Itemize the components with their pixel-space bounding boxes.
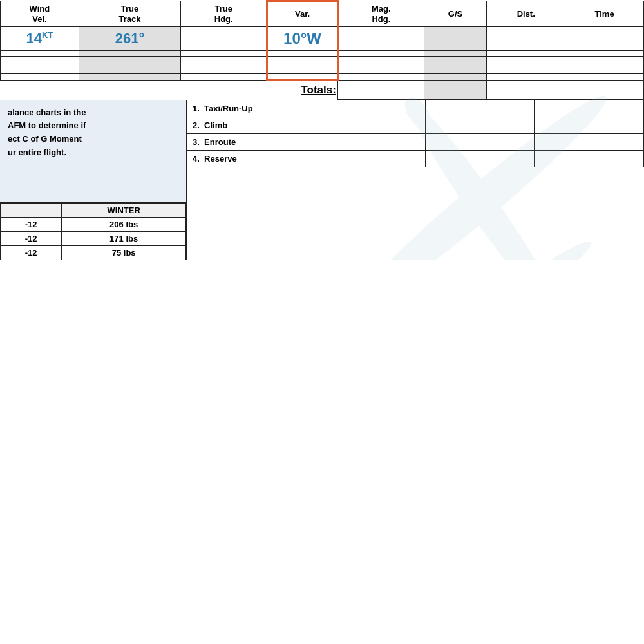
cell-dist xyxy=(487,62,565,68)
table-row: 14KT 261° 10°W xyxy=(1,27,644,51)
cell-mag-hdg xyxy=(337,68,424,74)
fuel-value-4c xyxy=(535,150,644,167)
text-line-2: AFM to determine if xyxy=(8,120,86,130)
winter-row-1: -12 206 lbs xyxy=(1,217,186,231)
cell-gs xyxy=(424,68,486,74)
fuel-value-3a xyxy=(316,133,426,150)
cell-true-track xyxy=(79,74,180,80)
fuel-value-1a xyxy=(316,100,426,117)
cell-wind-vel: 14KT xyxy=(1,27,79,51)
cell-gs xyxy=(424,74,486,80)
header-gs: G/S xyxy=(424,1,486,27)
fuel-value-3b xyxy=(425,133,535,150)
weight-balance-text: alance charts in the AFM to determine if… xyxy=(0,100,186,203)
winter-table: WINTER -12 206 lbs -12 171 lbs -12 75 lb… xyxy=(0,203,186,260)
fuel-value-4a xyxy=(316,150,426,167)
cell-wind-vel xyxy=(1,57,79,62)
fuel-label-4: 4. Reserve xyxy=(187,150,316,167)
text-line-3: ect C of G Moment xyxy=(8,134,82,144)
fuel-row-2: 2. Climb xyxy=(187,117,644,133)
cell-true-track xyxy=(79,57,180,62)
cell-var xyxy=(267,68,338,74)
cell-gs xyxy=(424,57,486,62)
cell-time xyxy=(565,57,644,62)
cell-var xyxy=(267,57,338,62)
totals-gs2 xyxy=(424,80,486,100)
table-row xyxy=(1,57,644,62)
cell-dist xyxy=(487,57,565,62)
fuel-num-3: 3. xyxy=(193,137,200,147)
fuel-num-2: 2. xyxy=(193,120,200,130)
cell-time xyxy=(565,68,644,74)
header-dist: Dist. xyxy=(487,1,565,27)
bottom-right-panel: 1. Taxi/Run-Up 2. Climb xyxy=(187,100,644,260)
nav-log-table: WindVel. TrueTrack TrueHdg. Var. Mag.Hdg… xyxy=(0,0,644,100)
text-line-4: ur entire flight. xyxy=(8,147,66,157)
cell-true-track xyxy=(79,68,180,74)
table-row xyxy=(1,51,644,57)
nav-table-container: WindVel. TrueTrack TrueHdg. Var. Mag.Hdg… xyxy=(0,0,644,100)
cell-gs xyxy=(424,27,486,51)
cell-mag-hdg xyxy=(337,62,424,68)
cell-true-hdg xyxy=(181,27,267,51)
bottom-left-panel: alance charts in the AFM to determine if… xyxy=(0,100,187,260)
fuel-name-3: Enroute xyxy=(204,137,236,147)
winter-header-row: WINTER xyxy=(1,203,186,217)
table-header-row: WindVel. TrueTrack TrueHdg. Var. Mag.Hdg… xyxy=(1,1,644,27)
fuel-value-1b xyxy=(425,100,535,117)
header-var: Var. xyxy=(267,1,338,27)
fuel-name-1: Taxi/Run-Up xyxy=(204,104,253,113)
cell-mag-hdg xyxy=(337,74,424,80)
cell-true-hdg xyxy=(181,51,267,57)
cell-time xyxy=(565,74,644,80)
winter-row-3: -12 75 lbs xyxy=(1,245,186,260)
fuel-row-4: 4. Reserve xyxy=(187,150,644,167)
cell-dist xyxy=(487,27,565,51)
cell-true-track xyxy=(79,62,180,68)
totals-dist xyxy=(487,80,565,100)
true-track-value: 261° xyxy=(115,30,145,46)
cell-var xyxy=(267,62,338,68)
cell-time xyxy=(565,62,644,68)
cell-true-hdg xyxy=(181,74,267,80)
totals-time xyxy=(565,80,644,100)
winter-cell-row1-col1: -12 xyxy=(1,217,62,231)
fuel-value-2b xyxy=(425,117,535,133)
fuel-table: 1. Taxi/Run-Up 2. Climb xyxy=(187,100,644,167)
cell-mag-hdg xyxy=(337,57,424,62)
table-row xyxy=(1,68,644,74)
cell-true-track xyxy=(79,51,180,57)
header-true-hdg: TrueHdg. xyxy=(181,1,267,27)
cell-var: 10°W xyxy=(267,27,338,51)
table-row xyxy=(1,74,644,80)
cell-var xyxy=(267,74,338,80)
cell-mag-hdg xyxy=(337,27,424,51)
cell-gs xyxy=(424,51,486,57)
header-true-track: TrueTrack xyxy=(79,1,180,27)
cell-time xyxy=(565,27,644,51)
fuel-value-2a xyxy=(316,117,426,133)
cell-dist xyxy=(487,74,565,80)
cell-mag-hdg xyxy=(337,51,424,57)
bottom-section: alance charts in the AFM to determine if… xyxy=(0,100,644,260)
cell-wind-vel xyxy=(1,68,79,74)
totals-spacer xyxy=(1,80,267,100)
winter-cell-row2-col2: 171 lbs xyxy=(62,231,186,245)
winter-row-2: -12 171 lbs xyxy=(1,231,186,245)
var-value: 10°W xyxy=(283,30,321,47)
cell-true-hdg xyxy=(181,57,267,62)
fuel-name-4: Reserve xyxy=(204,154,237,164)
cell-var xyxy=(267,51,338,57)
fuel-row-3: 3. Enroute xyxy=(187,133,644,150)
cell-true-hdg xyxy=(181,62,267,68)
cell-wind-vel xyxy=(1,51,79,57)
fuel-value-2c xyxy=(535,117,644,133)
winter-cell-row1-col2: 206 lbs xyxy=(62,217,186,231)
header-wind-vel: WindVel. xyxy=(1,1,79,27)
fuel-label-3: 3. Enroute xyxy=(187,133,316,150)
cell-wind-vel xyxy=(1,62,79,68)
winter-cell-row3-col1: -12 xyxy=(1,245,62,260)
totals-gs xyxy=(337,80,424,100)
fuel-row-1: 1. Taxi/Run-Up xyxy=(187,100,644,117)
fuel-label-2: 2. Climb xyxy=(187,117,316,133)
